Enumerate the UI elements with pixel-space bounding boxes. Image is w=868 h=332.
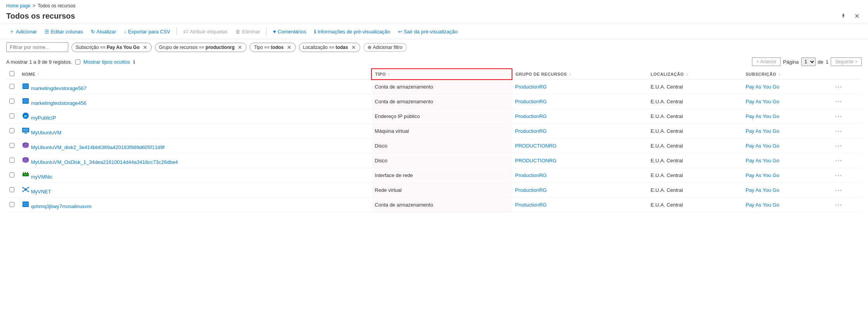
location-cell: E.U.A. Central (648, 198, 743, 212)
resource-group-column-header[interactable]: GRUPO DE RECURSOS ↕ (512, 69, 648, 80)
more-actions-cell: ··· (832, 183, 862, 198)
subscription-link[interactable]: Pay As You Go (746, 158, 779, 163)
subscription-link[interactable]: Pay As You Go (746, 113, 779, 119)
svg-rect-4 (23, 99, 28, 101)
resource-icon (22, 144, 30, 150)
subscription-link[interactable]: Pay As You Go (746, 128, 779, 134)
subscription-link[interactable]: Pay As You Go (746, 172, 779, 178)
resource-group-link[interactable]: ProductionRG (515, 128, 547, 134)
breadcrumb-separator: > (33, 3, 35, 9)
resource-icon (22, 85, 30, 91)
resource-name-link[interactable]: myPublicIP (31, 115, 56, 121)
more-actions-button[interactable]: ··· (835, 187, 842, 193)
svg-point-18 (23, 160, 29, 163)
subscription-column-header[interactable]: SUBSCRIÇÃO ↕ (743, 69, 832, 80)
type-column-header[interactable]: TIPO ↕ (372, 69, 512, 80)
resource-name-link[interactable]: MyVNET (31, 189, 51, 195)
row-checkbox[interactable] (9, 84, 14, 89)
resource-name-cell: MyVNET (19, 183, 372, 198)
page-select[interactable]: 1 (801, 57, 816, 66)
edit-columns-button[interactable]: ☰ Editar colunas (42, 27, 86, 36)
trash-icon: 🗑 (235, 29, 240, 35)
resource-name-link[interactable]: myVMNic (31, 174, 53, 180)
resource-type-cell: Endereço IP público (372, 109, 512, 124)
refresh-button[interactable]: ↻ Atualizar (88, 27, 120, 36)
name-filter-input[interactable] (6, 42, 68, 52)
row-checkbox[interactable] (9, 143, 14, 148)
row-checkbox[interactable] (9, 158, 14, 163)
resource-group-filter-label: Grupo de recursos == productionrg (159, 45, 235, 50)
resource-name-link[interactable]: MyUbuntuVM_disk2_3e414bb6369a420183f989d… (31, 144, 165, 150)
more-actions-button[interactable]: ··· (835, 113, 842, 120)
resource-type-cell: Disco (372, 153, 512, 168)
more-actions-button[interactable]: ··· (835, 157, 842, 164)
breadcrumb-home[interactable]: Home page (6, 3, 30, 9)
location-column-header[interactable]: LOCALIZAÇÃO ↕ (648, 69, 743, 80)
export-csv-button[interactable]: ↓ Exportar para CSV (121, 27, 174, 36)
subscription-link[interactable]: Pay As You Go (746, 202, 779, 208)
type-filter-remove[interactable]: ✕ (287, 44, 292, 50)
resource-group-link[interactable]: ProductionRG (515, 99, 547, 104)
row-checkbox[interactable] (9, 99, 14, 104)
resource-type-cell: Conta de armazenamento (372, 198, 512, 212)
resource-icon (22, 189, 30, 195)
row-checkbox[interactable] (9, 187, 14, 192)
close-button[interactable]: ✕ (852, 12, 862, 21)
next-page-button[interactable]: Seguinte > (831, 57, 862, 66)
resource-group-filter-remove[interactable]: ✕ (238, 44, 242, 50)
svg-rect-5 (23, 101, 28, 103)
delete-button[interactable]: 🗑 Eliminar (232, 27, 263, 36)
more-actions-cell: ··· (832, 198, 862, 212)
feedback-button[interactable]: ♥ Comentários (270, 27, 309, 36)
row-checkbox[interactable] (9, 172, 14, 177)
row-checkbox[interactable] (9, 128, 14, 133)
resource-group-filter-chip: Grupo de recursos == productionrg ✕ (155, 43, 247, 52)
add-button[interactable]: ＋ Adicionar (6, 26, 40, 37)
resource-name-link[interactable]: qohmq3jbwy7mosalinuxvm (31, 203, 92, 209)
resource-name-link[interactable]: MyUbuntuVM (31, 130, 62, 136)
subscription-link[interactable]: Pay As You Go (746, 99, 779, 104)
prev-page-button[interactable]: < Anterior (752, 57, 781, 66)
row-checkbox[interactable] (9, 113, 14, 118)
resource-group-link[interactable]: ProductionRG (515, 202, 547, 208)
more-actions-button[interactable]: ··· (835, 83, 842, 90)
toolbar: ＋ Adicionar ☰ Editar colunas ↻ Atualizar… (0, 24, 868, 39)
pin-button[interactable]: 🖈 (838, 12, 849, 21)
resource-name-link[interactable]: marketingdevstorage567 (31, 85, 87, 91)
more-actions-button[interactable]: ··· (835, 128, 842, 134)
resource-group-link[interactable]: PRODUCTIONRG (515, 143, 557, 149)
subscription-filter-remove[interactable]: ✕ (143, 44, 148, 50)
show-hidden-label[interactable]: Mostrar tipos ocultos ℹ (75, 59, 135, 65)
exit-preview-button[interactable]: ↩ Sair da pré-visualização (395, 27, 461, 36)
resource-name-link[interactable]: marketingteststorage456 (31, 100, 87, 106)
subscription-link[interactable]: Pay As You Go (746, 84, 779, 90)
resource-type-cell: Máquina virtual (372, 124, 512, 139)
help-icon: ℹ (133, 59, 135, 65)
resource-group-link[interactable]: ProductionRG (515, 172, 547, 178)
preview-info-button[interactable]: ℹ Informações de pré-visualização (311, 27, 393, 36)
resources-table: NOME ↑ TIPO ↕ GRUPO DE RECURSOS ↕ LOCALI… (6, 68, 862, 212)
add-filter-button[interactable]: ⊕ Adicionar filtro (363, 43, 407, 52)
more-actions-button[interactable]: ··· (835, 98, 842, 105)
more-actions-button[interactable]: ··· (835, 143, 842, 149)
subscription-link[interactable]: Pay As You Go (746, 187, 779, 193)
more-actions-button[interactable]: ··· (835, 172, 842, 179)
more-actions-button[interactable]: ··· (835, 202, 842, 208)
resource-name-cell: marketingteststorage456 (19, 94, 372, 109)
heart-icon: ♥ (273, 29, 276, 35)
name-column-header[interactable]: NOME ↑ (19, 69, 372, 80)
row-checkbox[interactable] (9, 202, 14, 207)
resource-group-link[interactable]: ProductionRG (515, 84, 547, 90)
table-row: marketingdevstorage567 Conta de armazena… (6, 80, 862, 94)
resource-group-link[interactable]: ProductionRG (515, 187, 547, 193)
resource-name-link[interactable]: MyUbuntuVM_OsDisk_1_34dea21610014d44a341… (31, 159, 178, 165)
subscription-link[interactable]: Pay As You Go (746, 143, 779, 149)
resource-group-link[interactable]: PRODUCTIONRG (515, 158, 557, 163)
show-hidden-checkbox[interactable] (75, 59, 80, 64)
records-count: A mostrar 1 a 9 de 9 registos. (6, 59, 72, 65)
select-all-checkbox[interactable] (9, 71, 14, 76)
subscription-cell: Pay As You Go (743, 80, 832, 94)
tag-button[interactable]: 🏷 Atribuir etiquetas (180, 27, 231, 36)
resource-group-link[interactable]: ProductionRG (515, 113, 547, 119)
location-filter-remove[interactable]: ✕ (351, 44, 356, 50)
